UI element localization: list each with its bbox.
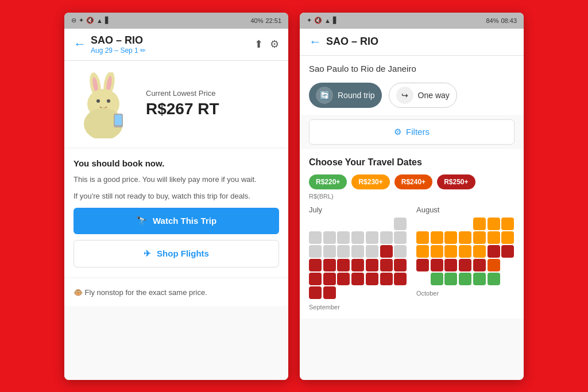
mute-icon-r: 🔇 bbox=[314, 17, 322, 24]
cal-cell[interactable] bbox=[431, 245, 443, 258]
battery-level-r: 84% bbox=[486, 17, 498, 24]
currency-label: R$(BRL) bbox=[309, 193, 514, 200]
signal-icon: ▋ bbox=[105, 17, 110, 24]
cal-cell[interactable] bbox=[431, 259, 443, 271]
cal-cell[interactable] bbox=[309, 245, 322, 258]
back-button-left[interactable]: ← bbox=[74, 37, 86, 52]
price-tag-green[interactable]: R$220+ bbox=[309, 174, 347, 189]
cal-cell[interactable] bbox=[366, 245, 378, 258]
watch-trip-label: Watch This Trip bbox=[153, 216, 216, 226]
cal-cell[interactable] bbox=[473, 273, 486, 285]
cal-cell[interactable] bbox=[501, 231, 514, 244]
cal-cell[interactable] bbox=[323, 245, 336, 258]
cal-cell[interactable] bbox=[444, 245, 457, 258]
cal-cell[interactable] bbox=[366, 273, 378, 285]
cal-cell[interactable] bbox=[394, 231, 407, 244]
cal-cell[interactable] bbox=[337, 273, 350, 285]
cal-cell[interactable] bbox=[444, 259, 457, 271]
price-tag-dark-orange[interactable]: R$240+ bbox=[394, 174, 432, 189]
cal-cell[interactable] bbox=[309, 259, 322, 271]
cal-cell[interactable] bbox=[431, 273, 443, 285]
cal-cell[interactable] bbox=[394, 245, 407, 258]
cal-cell[interactable] bbox=[488, 218, 500, 230]
cal-cell[interactable] bbox=[416, 231, 429, 244]
cal-cell[interactable] bbox=[351, 231, 364, 244]
cal-cell[interactable] bbox=[488, 259, 500, 271]
filter-icon[interactable]: ⚙ bbox=[270, 38, 279, 51]
price-tag-red[interactable]: R$250+ bbox=[437, 174, 475, 189]
cal-cell[interactable] bbox=[380, 259, 393, 271]
cal-cell[interactable] bbox=[473, 245, 486, 258]
cal-cell bbox=[459, 218, 471, 230]
filter-sliders-icon: ⚙ bbox=[394, 127, 401, 137]
price-label: Current Lowest Price bbox=[146, 89, 219, 98]
cal-cell[interactable] bbox=[488, 245, 500, 258]
cal-cell[interactable] bbox=[501, 245, 514, 258]
cal-cell[interactable] bbox=[459, 273, 471, 285]
cal-cell bbox=[444, 218, 457, 230]
cal-cell[interactable] bbox=[416, 245, 429, 258]
cal-cell[interactable] bbox=[380, 273, 393, 285]
cal-cell[interactable] bbox=[366, 218, 378, 230]
cal-cell[interactable] bbox=[323, 286, 336, 299]
august-grid bbox=[416, 218, 514, 285]
price-tag-orange[interactable]: R$230+ bbox=[351, 174, 389, 189]
cal-cell[interactable] bbox=[380, 231, 393, 244]
cal-cell[interactable] bbox=[351, 259, 364, 271]
cal-cell[interactable] bbox=[337, 245, 350, 258]
cal-cell[interactable] bbox=[444, 231, 457, 244]
cal-cell[interactable] bbox=[309, 286, 322, 299]
cal-cell bbox=[431, 218, 443, 230]
cal-cell[interactable] bbox=[394, 259, 407, 271]
cal-cell[interactable] bbox=[309, 273, 322, 285]
cal-cell[interactable] bbox=[473, 259, 486, 271]
cal-cell[interactable] bbox=[351, 218, 364, 230]
app-header-left: ← SAO – RIO Aug 29 – Sep 1 ✏ ⬆ ⚙ bbox=[64, 29, 288, 61]
cal-cell[interactable] bbox=[351, 273, 364, 285]
text-section: You should book now. This is a good pric… bbox=[64, 149, 288, 277]
cal-cell[interactable] bbox=[394, 218, 407, 230]
cal-cell[interactable] bbox=[323, 259, 336, 271]
cal-cell[interactable] bbox=[323, 273, 336, 285]
cal-cell[interactable] bbox=[366, 259, 378, 271]
cal-cell[interactable] bbox=[366, 231, 378, 244]
cal-cell[interactable] bbox=[337, 231, 350, 244]
cal-cell[interactable] bbox=[459, 259, 471, 271]
cal-cell[interactable] bbox=[394, 273, 407, 285]
binoculars-icon: 🔭 bbox=[136, 216, 147, 226]
cal-cell[interactable] bbox=[309, 218, 322, 230]
svg-point-6 bbox=[107, 99, 110, 103]
cal-cell[interactable] bbox=[488, 231, 500, 244]
cal-cell[interactable] bbox=[337, 218, 350, 230]
cal-cell[interactable] bbox=[473, 231, 486, 244]
cal-cell[interactable] bbox=[459, 245, 471, 258]
watch-trip-button[interactable]: 🔭 Watch This Trip bbox=[74, 208, 279, 234]
cal-cell[interactable] bbox=[488, 273, 500, 285]
header-title-right: SAO – RIO bbox=[326, 36, 514, 48]
price-section: Current Lowest Price R$267 RT bbox=[64, 61, 288, 147]
cal-cell[interactable] bbox=[501, 218, 514, 230]
filters-button[interactable]: ⚙ Filters bbox=[309, 119, 514, 145]
cal-cell[interactable] bbox=[416, 259, 429, 271]
bluetooth-icon: ✦ bbox=[79, 17, 84, 24]
cal-cell[interactable] bbox=[323, 218, 336, 230]
cal-cell[interactable] bbox=[323, 231, 336, 244]
share-icon[interactable]: ⬆ bbox=[254, 38, 263, 51]
cal-cell[interactable] bbox=[337, 259, 350, 271]
cal-cell[interactable] bbox=[309, 231, 322, 244]
cal-cell[interactable] bbox=[380, 245, 393, 258]
cal-cell bbox=[416, 273, 429, 285]
cal-cell[interactable] bbox=[431, 231, 443, 244]
calendar-container: July bbox=[309, 205, 514, 311]
cal-cell[interactable] bbox=[351, 245, 364, 258]
back-button-right[interactable]: ← bbox=[309, 34, 322, 49]
cal-cell[interactable] bbox=[444, 273, 457, 285]
july-label: July bbox=[309, 205, 407, 214]
cal-cell bbox=[394, 286, 407, 299]
round-trip-button[interactable]: 🔄 Round trip bbox=[309, 83, 382, 108]
one-way-button[interactable]: ↪ One way bbox=[389, 83, 457, 108]
cal-cell[interactable] bbox=[459, 231, 471, 244]
cal-cell[interactable] bbox=[380, 218, 393, 230]
shop-flights-button[interactable]: ✈ Shop Flights bbox=[74, 240, 279, 267]
cal-cell[interactable] bbox=[473, 218, 486, 230]
